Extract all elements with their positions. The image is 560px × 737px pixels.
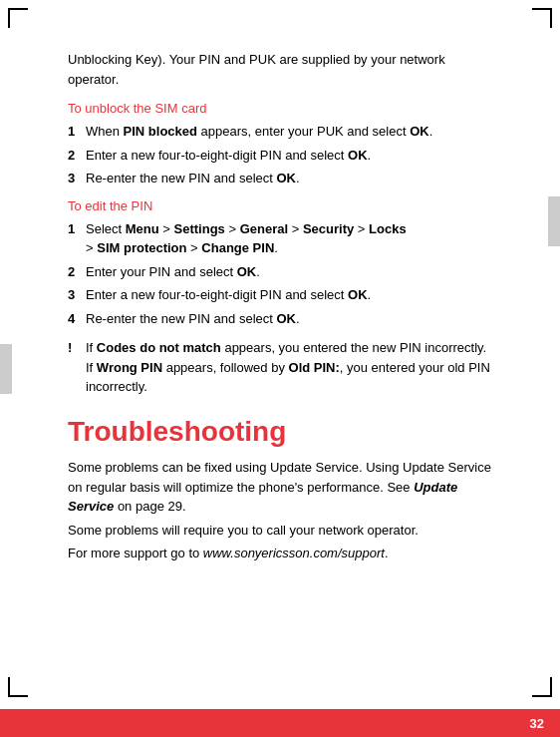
codes-not-match-text: Codes do not match xyxy=(97,340,221,355)
sim-protection-text: SIM protection xyxy=(97,240,186,255)
edit-step-number-2: 2 xyxy=(68,262,86,282)
general-text: General xyxy=(240,221,288,236)
security-text: Security xyxy=(303,221,354,236)
right-tab xyxy=(548,196,560,246)
step-number-1: 1 xyxy=(68,122,86,142)
warning-item: ! If Codes do not match appears, you ent… xyxy=(68,338,492,397)
edit-step-4-content: Re-enter the new PIN and select OK. xyxy=(86,309,492,329)
unblock-section-header: To unblock the SIM card xyxy=(68,101,492,116)
edit-step-3: 3 Enter a new four-to-eight-digit PIN an… xyxy=(68,285,492,305)
menu-text: Menu xyxy=(126,221,159,236)
edit-step-2-content: Enter your PIN and select OK. xyxy=(86,262,492,282)
old-pin-text: Old PIN: xyxy=(289,360,340,375)
unblock-step-3: 3 Re-enter the new PIN and select OK. xyxy=(68,169,492,188)
edit-step-number-4: 4 xyxy=(68,309,86,329)
ok-text-4: OK xyxy=(237,264,257,279)
left-tab xyxy=(0,344,12,394)
main-content: Unblocking Key). Your PIN and PUK are su… xyxy=(68,50,492,687)
troubleshooting-para-2: Some problems will require you to call y… xyxy=(68,521,492,541)
locks-text: Locks xyxy=(369,221,407,236)
edit-step-4: 4 Re-enter the new PIN and select OK. xyxy=(68,309,492,329)
unblock-steps-list: 1 When PIN blocked appears, enter your P… xyxy=(68,122,492,188)
corner-mark-br xyxy=(532,677,552,697)
edit-step-1-content: Select Menu > Settings > General > Secur… xyxy=(86,219,492,258)
corner-mark-bl xyxy=(8,677,28,697)
troubleshooting-para-1: Some problems can be fixed using Update … xyxy=(68,458,492,517)
settings-text: Settings xyxy=(174,221,225,236)
pin-blocked-text: PIN blocked xyxy=(124,124,197,139)
bottom-bar: 32 xyxy=(0,709,560,737)
change-pin-text: Change PIN xyxy=(201,240,274,255)
edit-step-number-3: 3 xyxy=(68,285,86,305)
ok-text-5: OK xyxy=(348,287,368,302)
edit-steps-list: 1 Select Menu > Settings > General > Sec… xyxy=(68,219,492,329)
edit-section-header: To edit the PIN xyxy=(68,198,492,213)
troubleshooting-title: Troubleshooting xyxy=(68,415,492,449)
unblock-step-1: 1 When PIN blocked appears, enter your P… xyxy=(68,122,492,142)
step-number-3: 3 xyxy=(68,169,86,188)
corner-mark-tr xyxy=(532,8,552,28)
step-2-content: Enter a new four-to-eight-digit PIN and … xyxy=(86,146,492,166)
update-service-link: Update Service xyxy=(68,480,457,515)
warning-content: If Codes do not match appears, you enter… xyxy=(86,338,492,397)
edit-step-1: 1 Select Menu > Settings > General > Sec… xyxy=(68,219,492,258)
edit-step-3-content: Enter a new four-to-eight-digit PIN and … xyxy=(86,285,492,305)
page-container: Unblocking Key). Your PIN and PUK are su… xyxy=(0,0,560,737)
step-1-content: When PIN blocked appears, enter your PUK… xyxy=(86,122,492,142)
support-url: www.sonyericsson.com/support xyxy=(203,546,385,560)
corner-mark-tl xyxy=(8,8,28,28)
page-number: 32 xyxy=(530,716,544,731)
ok-text-1: OK xyxy=(410,124,429,139)
troubleshooting-para-3: For more support go to www.sonyericsson.… xyxy=(68,544,492,563)
ok-text-2: OK xyxy=(348,148,368,163)
ok-text-3: OK xyxy=(277,171,297,185)
edit-step-2: 2 Enter your PIN and select OK. xyxy=(68,262,492,282)
unblock-step-2: 2 Enter a new four-to-eight-digit PIN an… xyxy=(68,146,492,166)
ok-text-6: OK xyxy=(277,311,297,326)
step-number-2: 2 xyxy=(68,146,86,166)
wrong-pin-text: Wrong PIN xyxy=(97,360,162,375)
intro-text: Unblocking Key). Your PIN and PUK are su… xyxy=(68,50,492,89)
warning-icon: ! xyxy=(68,338,86,358)
edit-step-number-1: 1 xyxy=(68,219,86,239)
step-3-content: Re-enter the new PIN and select OK. xyxy=(86,169,492,188)
